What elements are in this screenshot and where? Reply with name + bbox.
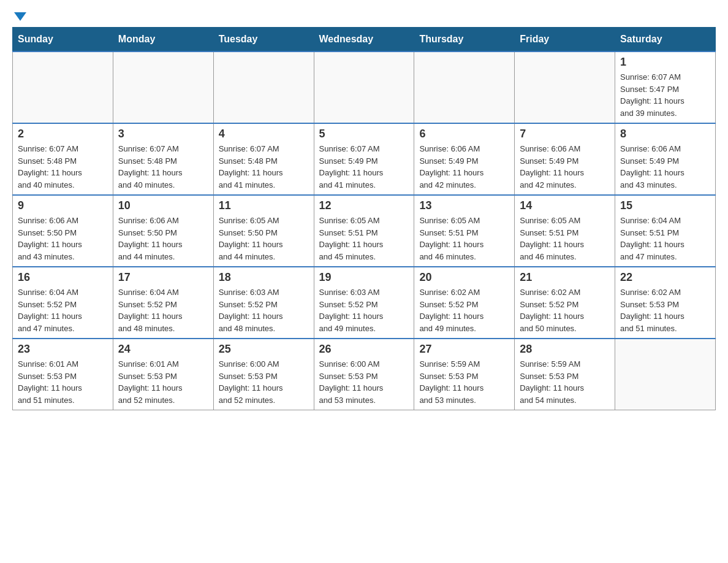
calendar-week-4: 16Sunrise: 6:04 AMSunset: 5:52 PMDayligh… [13,267,716,339]
weekday-header-sunday: Sunday [13,28,113,52]
weekday-header-wednesday: Wednesday [314,28,414,52]
day-number: 11 [219,199,309,212]
weekday-header-tuesday: Tuesday [213,28,314,52]
calendar-table: SundayMondayTuesdayWednesdayThursdayFrid… [12,27,716,410]
calendar-cell: 6Sunrise: 6:06 AMSunset: 5:49 PMDaylight… [414,123,515,195]
day-number: 2 [18,128,108,140]
day-number: 19 [319,271,409,284]
calendar-cell [414,52,515,123]
calendar-cell: 20Sunrise: 6:02 AMSunset: 5:52 PMDayligh… [414,267,515,339]
weekday-header-thursday: Thursday [414,28,515,52]
day-info: Sunrise: 6:02 AMSunset: 5:53 PMDaylight:… [620,286,710,334]
calendar-cell: 25Sunrise: 6:00 AMSunset: 5:53 PMDayligh… [213,339,314,410]
calendar-cell: 3Sunrise: 6:07 AMSunset: 5:48 PMDaylight… [113,123,213,195]
day-info: Sunrise: 6:07 AMSunset: 5:48 PMDaylight:… [18,143,108,191]
calendar-cell: 27Sunrise: 5:59 AMSunset: 5:53 PMDayligh… [414,339,515,410]
day-info: Sunrise: 6:01 AMSunset: 5:53 PMDaylight:… [18,358,108,406]
weekday-header-monday: Monday [113,28,213,52]
logo [12,12,26,21]
day-number: 17 [118,271,208,284]
day-info: Sunrise: 6:07 AMSunset: 5:48 PMDaylight:… [118,143,208,191]
calendar-cell [515,52,615,123]
calendar-cell: 28Sunrise: 5:59 AMSunset: 5:53 PMDayligh… [515,339,615,410]
day-info: Sunrise: 6:07 AMSunset: 5:47 PMDaylight:… [620,71,710,119]
day-number: 5 [319,128,409,140]
calendar-cell: 4Sunrise: 6:07 AMSunset: 5:48 PMDaylight… [213,123,314,195]
calendar-week-2: 2Sunrise: 6:07 AMSunset: 5:48 PMDaylight… [13,123,716,195]
day-info: Sunrise: 6:07 AMSunset: 5:48 PMDaylight:… [219,143,309,191]
day-number: 14 [520,199,610,212]
weekday-header-saturday: Saturday [615,28,716,52]
day-info: Sunrise: 6:01 AMSunset: 5:53 PMDaylight:… [118,358,208,406]
day-number: 8 [620,128,710,140]
weekday-header-friday: Friday [515,28,615,52]
calendar-cell: 2Sunrise: 6:07 AMSunset: 5:48 PMDaylight… [13,123,113,195]
day-number: 4 [219,128,309,140]
calendar-cell: 21Sunrise: 6:02 AMSunset: 5:52 PMDayligh… [515,267,615,339]
calendar-cell [13,52,113,123]
day-number: 12 [319,199,409,212]
calendar-cell: 24Sunrise: 6:01 AMSunset: 5:53 PMDayligh… [113,339,213,410]
calendar-week-5: 23Sunrise: 6:01 AMSunset: 5:53 PMDayligh… [13,339,716,410]
day-info: Sunrise: 6:06 AMSunset: 5:49 PMDaylight:… [620,143,710,191]
calendar-cell [615,339,716,410]
calendar-cell: 8Sunrise: 6:06 AMSunset: 5:49 PMDaylight… [615,123,716,195]
page-header [12,12,716,21]
calendar-cell: 16Sunrise: 6:04 AMSunset: 5:52 PMDayligh… [13,267,113,339]
calendar-cell: 13Sunrise: 6:05 AMSunset: 5:51 PMDayligh… [414,195,515,267]
calendar-cell: 17Sunrise: 6:04 AMSunset: 5:52 PMDayligh… [113,267,213,339]
calendar-cell: 9Sunrise: 6:06 AMSunset: 5:50 PMDaylight… [13,195,113,267]
day-info: Sunrise: 5:59 AMSunset: 5:53 PMDaylight:… [520,358,610,406]
calendar-week-3: 9Sunrise: 6:06 AMSunset: 5:50 PMDaylight… [13,195,716,267]
day-number: 27 [419,343,509,356]
calendar-cell [113,52,213,123]
day-number: 26 [319,343,409,356]
day-number: 3 [118,128,208,140]
day-info: Sunrise: 6:02 AMSunset: 5:52 PMDaylight:… [419,286,509,334]
day-info: Sunrise: 6:02 AMSunset: 5:52 PMDaylight:… [520,286,610,334]
day-number: 18 [219,271,309,284]
day-info: Sunrise: 6:04 AMSunset: 5:51 PMDaylight:… [620,215,710,262]
calendar-cell: 19Sunrise: 6:03 AMSunset: 5:52 PMDayligh… [314,267,414,339]
calendar-cell: 10Sunrise: 6:06 AMSunset: 5:50 PMDayligh… [113,195,213,267]
day-info: Sunrise: 6:06 AMSunset: 5:49 PMDaylight:… [520,143,610,191]
day-info: Sunrise: 6:07 AMSunset: 5:49 PMDaylight:… [319,143,409,191]
day-number: 10 [118,199,208,212]
day-info: Sunrise: 6:00 AMSunset: 5:53 PMDaylight:… [319,358,409,406]
day-info: Sunrise: 6:05 AMSunset: 5:51 PMDaylight:… [319,215,409,262]
calendar-cell: 7Sunrise: 6:06 AMSunset: 5:49 PMDaylight… [515,123,615,195]
day-number: 7 [520,128,610,140]
day-number: 13 [419,199,509,212]
day-info: Sunrise: 6:06 AMSunset: 5:50 PMDaylight:… [18,215,108,262]
day-number: 22 [620,271,710,284]
calendar-cell: 23Sunrise: 6:01 AMSunset: 5:53 PMDayligh… [13,339,113,410]
calendar-header-row: SundayMondayTuesdayWednesdayThursdayFrid… [13,28,716,52]
calendar-cell: 14Sunrise: 6:05 AMSunset: 5:51 PMDayligh… [515,195,615,267]
calendar-cell: 18Sunrise: 6:03 AMSunset: 5:52 PMDayligh… [213,267,314,339]
calendar-cell: 12Sunrise: 6:05 AMSunset: 5:51 PMDayligh… [314,195,414,267]
calendar-cell: 22Sunrise: 6:02 AMSunset: 5:53 PMDayligh… [615,267,716,339]
day-number: 15 [620,199,710,212]
calendar-cell: 15Sunrise: 6:04 AMSunset: 5:51 PMDayligh… [615,195,716,267]
day-number: 6 [419,128,509,140]
logo-triangle-icon [14,12,26,21]
day-number: 21 [520,271,610,284]
day-number: 24 [118,343,208,356]
day-info: Sunrise: 6:03 AMSunset: 5:52 PMDaylight:… [219,286,309,334]
day-info: Sunrise: 5:59 AMSunset: 5:53 PMDaylight:… [419,358,509,406]
day-info: Sunrise: 6:00 AMSunset: 5:53 PMDaylight:… [219,358,309,406]
day-info: Sunrise: 6:04 AMSunset: 5:52 PMDaylight:… [118,286,208,334]
calendar-cell: 11Sunrise: 6:05 AMSunset: 5:50 PMDayligh… [213,195,314,267]
calendar-cell [314,52,414,123]
calendar-cell: 1Sunrise: 6:07 AMSunset: 5:47 PMDaylight… [615,52,716,123]
day-info: Sunrise: 6:06 AMSunset: 5:49 PMDaylight:… [419,143,509,191]
day-number: 9 [18,199,108,212]
day-number: 28 [520,343,610,356]
calendar-week-1: 1Sunrise: 6:07 AMSunset: 5:47 PMDaylight… [13,52,716,123]
day-info: Sunrise: 6:03 AMSunset: 5:52 PMDaylight:… [319,286,409,334]
calendar-cell: 26Sunrise: 6:00 AMSunset: 5:53 PMDayligh… [314,339,414,410]
day-number: 16 [18,271,108,284]
day-number: 20 [419,271,509,284]
calendar-cell [213,52,314,123]
day-info: Sunrise: 6:04 AMSunset: 5:52 PMDaylight:… [18,286,108,334]
